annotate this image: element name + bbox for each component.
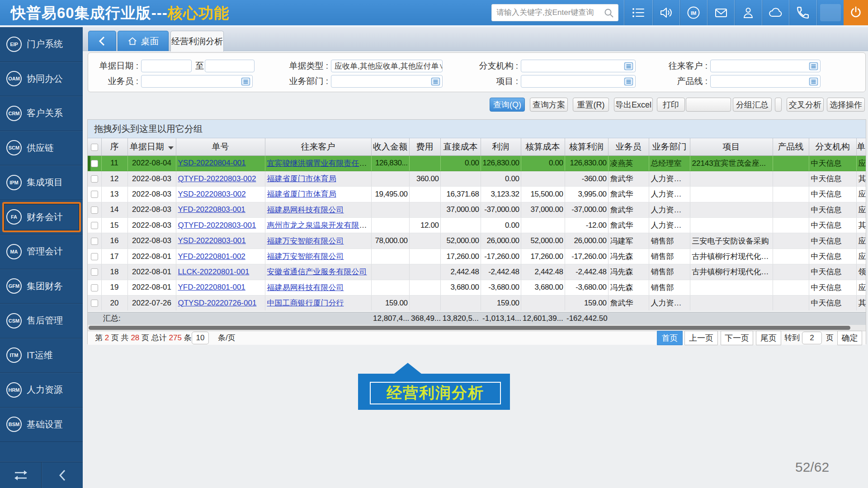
- topbar-phone-icon[interactable]: [789, 0, 816, 25]
- filter-date-to-input[interactable]: [205, 60, 255, 72]
- blank-button[interactable]: [686, 98, 731, 112]
- doc-number-link[interactable]: QTYSD-20220726-001: [178, 299, 257, 307]
- table-row[interactable]: 112022-08-04YSD-20220804-001宜宾骏继洪骥置业有限责任…: [88, 155, 866, 171]
- topbar-blank-slot[interactable]: [816, 0, 844, 25]
- query-plan-button[interactable]: 查询方案: [530, 98, 568, 112]
- column-header[interactable]: 业务员: [608, 138, 649, 155]
- filter-project-input[interactable]: [521, 75, 636, 88]
- tab-desktop[interactable]: 桌面: [118, 31, 169, 51]
- filter-doctype-select[interactable]: 应收单,其他应收单,其他应付单∨..: [331, 60, 443, 72]
- sidebar-item-ma[interactable]: MA管理会计: [0, 235, 83, 269]
- customer-link[interactable]: 福建万安智能有限公司: [267, 237, 344, 245]
- print-button[interactable]: 打印: [657, 98, 685, 112]
- horizontal-scrollbar-thumb[interactable]: [89, 326, 850, 330]
- customer-link[interactable]: 中国工商银行厦门分行: [267, 299, 344, 307]
- sidebar-item-eip[interactable]: EIP门户系统: [0, 27, 83, 62]
- per-page-input[interactable]: [192, 332, 209, 344]
- table-row[interactable]: 172022-08-01YFD-20220801-002福建万安智能有限公司17…: [88, 249, 866, 264]
- row-checkbox[interactable]: [91, 284, 98, 291]
- sidebar-item-hrm[interactable]: HRM人力资源: [0, 373, 83, 408]
- reset-button[interactable]: 重置(R): [573, 98, 609, 112]
- row-checkbox[interactable]: [91, 175, 98, 183]
- goto-page-input[interactable]: [802, 332, 822, 344]
- doc-number-link[interactable]: YFD-20220803-001: [178, 205, 245, 214]
- lookup-icon[interactable]: [809, 77, 818, 86]
- column-header[interactable]: 单据日期: [127, 138, 176, 155]
- sidebar-item-oam[interactable]: OAM协同办公: [0, 62, 83, 97]
- column-header[interactable]: 单: [856, 138, 866, 155]
- group-by-bar[interactable]: 拖拽列头到这里以用它分组: [88, 120, 866, 138]
- prev-page-button[interactable]: 上一页: [684, 331, 718, 345]
- filter-dept-input[interactable]: [331, 75, 443, 88]
- column-header[interactable]: 序: [101, 138, 127, 155]
- goto-confirm-button[interactable]: 确定: [837, 331, 862, 345]
- doc-number-link[interactable]: LLCK-20220801-001: [178, 267, 250, 276]
- doc-number-link[interactable]: YSD-20220803-001: [178, 236, 246, 245]
- lookup-icon[interactable]: [624, 61, 633, 71]
- doc-number-link[interactable]: QTYFD-20220803-002: [178, 174, 256, 183]
- sidebar-item-gfm[interactable]: GFM集团财务: [0, 269, 83, 304]
- row-checkbox[interactable]: [91, 268, 98, 276]
- tab-profit-analysis[interactable]: 经营利润分析: [170, 31, 224, 52]
- row-checkbox[interactable]: [91, 206, 98, 214]
- column-header[interactable]: 直接成本: [440, 138, 481, 155]
- doc-number-link[interactable]: QTYFD-20220803-001: [178, 221, 256, 230]
- power-button[interactable]: [844, 0, 868, 25]
- query-button[interactable]: 查询(Q): [490, 98, 525, 112]
- topbar-im-icon[interactable]: IM: [679, 0, 707, 25]
- search-input[interactable]: [496, 5, 606, 21]
- customer-link[interactable]: 惠州市龙之泉温泉开发有限公...: [267, 221, 372, 230]
- search-icon[interactable]: [604, 8, 614, 19]
- topbar-mail-icon[interactable]: [707, 0, 734, 25]
- column-header[interactable]: 产品线: [773, 138, 809, 155]
- column-header[interactable]: 单号: [176, 138, 265, 155]
- column-header[interactable]: 核算成本: [521, 138, 565, 155]
- column-header[interactable]: 利润: [481, 138, 521, 155]
- filter-branch-input[interactable]: [521, 60, 636, 72]
- sidebar-item-itm[interactable]: ITMIT运维: [0, 338, 83, 373]
- topbar-cloud-icon[interactable]: [762, 0, 789, 25]
- topbar-person-icon[interactable]: [734, 0, 762, 25]
- table-row[interactable]: 152022-08-03QTYFD-20220803-001惠州市龙之泉温泉开发…: [88, 218, 866, 233]
- customer-link[interactable]: 宜宾骏继洪骥置业有限责任公...: [267, 159, 372, 168]
- select-all-checkbox[interactable]: [91, 144, 98, 151]
- row-checkbox[interactable]: [91, 160, 98, 167]
- group-summary-button[interactable]: 分组汇总: [733, 98, 772, 112]
- row-checkbox[interactable]: [91, 222, 98, 229]
- sidebar-item-bsm[interactable]: BSM基础设置: [0, 408, 83, 442]
- last-page-button[interactable]: 尾页: [756, 331, 781, 345]
- row-checkbox[interactable]: [91, 253, 98, 260]
- customer-link[interactable]: 福建省厦门市体育局: [267, 190, 336, 198]
- filter-salesman-input[interactable]: [141, 75, 253, 88]
- blank-small-button[interactable]: [775, 98, 782, 112]
- sidebar-item-scm[interactable]: SCM供应链: [0, 131, 83, 166]
- customer-link[interactable]: 福建易网科技有限公司: [267, 283, 344, 292]
- row-checkbox[interactable]: [91, 300, 98, 307]
- doc-number-link[interactable]: YSD-20220804-001: [178, 159, 246, 167]
- column-header[interactable]: 核算利润: [565, 138, 608, 155]
- row-checkbox[interactable]: [91, 238, 98, 245]
- table-row[interactable]: 192022-08-01YFD-20220801-001福建易网科技有限公司3,…: [88, 280, 866, 295]
- column-header[interactable]: 收入金额: [371, 138, 409, 155]
- lookup-icon[interactable]: [624, 77, 633, 86]
- doc-number-link[interactable]: YFD-20220801-001: [178, 283, 245, 291]
- sidebar-item-ipm[interactable]: IPM集成项目: [0, 165, 83, 200]
- column-header[interactable]: 项目: [690, 138, 773, 155]
- doc-number-link[interactable]: YSD-20220803-002: [178, 190, 246, 198]
- sidebar-item-fa[interactable]: FA财务会计: [0, 200, 83, 235]
- lookup-icon[interactable]: [431, 77, 440, 86]
- lookup-icon[interactable]: [241, 77, 250, 86]
- topbar-speaker-icon[interactable]: [652, 0, 679, 25]
- customer-link[interactable]: 福建省厦门市体育局: [267, 174, 336, 183]
- column-header[interactable]: 费用: [409, 138, 440, 155]
- select-operation-button[interactable]: 选择操作: [827, 98, 865, 112]
- customer-link[interactable]: 福建易网科技有限公司: [267, 206, 344, 214]
- customer-link[interactable]: 福建万安智能有限公司: [267, 252, 344, 261]
- doc-number-link[interactable]: YFD-20220801-002: [178, 252, 245, 261]
- sidebar-collapse-button[interactable]: [41, 462, 83, 488]
- filter-customer-input[interactable]: [710, 60, 821, 72]
- next-page-button[interactable]: 下一页: [721, 331, 753, 345]
- sidebar-swap-button[interactable]: [0, 462, 41, 488]
- table-row[interactable]: 182022-08-01LLCK-20220801-001安徽省通信产业服务有限…: [88, 264, 866, 280]
- filter-product-line-input[interactable]: [710, 75, 821, 88]
